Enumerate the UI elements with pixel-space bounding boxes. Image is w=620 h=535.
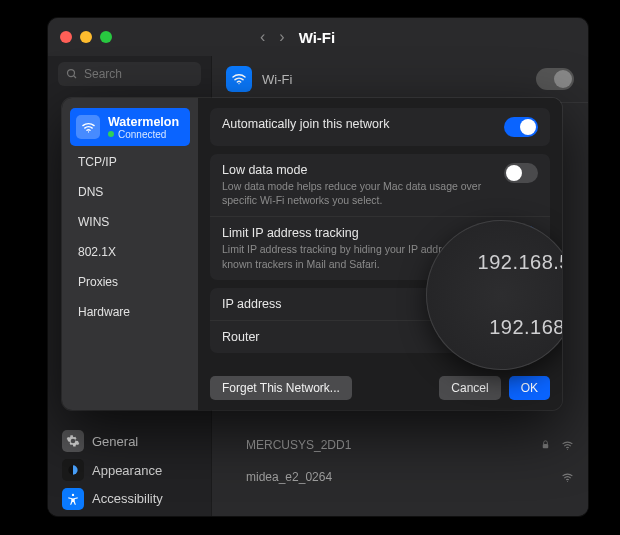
magnified-router-address: 192.168. (427, 308, 562, 347)
sidebar-item-accessibility[interactable]: Accessibility (56, 485, 203, 512)
auto-join-label: Automatically join this network (222, 117, 496, 131)
sheet-tab-dns[interactable]: DNS (70, 178, 190, 206)
wifi-master-toggle[interactable] (536, 68, 574, 90)
sheet-main: Automatically join this network Low data… (198, 98, 562, 410)
status-dot-icon (108, 131, 114, 137)
search-icon (66, 68, 78, 80)
magnified-ip-address: 192.168.5 (427, 243, 562, 282)
svg-point-7 (567, 480, 568, 481)
sheet-footer: Forget This Network... Cancel OK (210, 368, 550, 400)
sidebar-item-general[interactable]: General (56, 428, 203, 455)
search-input[interactable]: Search (58, 62, 201, 86)
sidebar-item-label: Accessibility (92, 491, 163, 506)
other-networks-list: MERCUSYS_2DD1 midea_e2_0264 (212, 423, 588, 499)
svg-rect-5 (543, 444, 549, 448)
appearance-icon (62, 459, 84, 481)
svg-point-3 (72, 493, 74, 495)
sheet-tab-hardware[interactable]: Hardware (70, 298, 190, 326)
wifi-section-label: Wi-Fi (262, 72, 526, 87)
page-title: Wi-Fi (299, 29, 336, 46)
auto-join-toggle[interactable] (504, 117, 538, 137)
svg-point-4 (238, 83, 239, 84)
sheet-tab-8021x[interactable]: 802.1X (70, 238, 190, 266)
low-data-row: Low data mode Low data mode helps reduce… (210, 154, 550, 217)
search-placeholder: Search (84, 67, 122, 81)
wifi-icon (226, 66, 252, 92)
wifi-signal-icon (561, 439, 574, 452)
auto-join-group: Automatically join this network (210, 108, 550, 146)
forward-button[interactable]: › (279, 29, 284, 45)
network-details-sheet: Watermelon Connected TCP/IP DNS WINS 802… (62, 98, 562, 410)
connection-status: Connected (108, 129, 179, 140)
svg-point-8 (87, 131, 88, 132)
window-controls (60, 31, 112, 43)
sheet-tab-wins[interactable]: WINS (70, 208, 190, 236)
sheet-tab-tcpip[interactable]: TCP/IP (70, 148, 190, 176)
sidebar-item-appearance[interactable]: Appearance (56, 457, 203, 484)
network-name: MERCUSYS_2DD1 (226, 438, 540, 452)
wifi-icon (76, 115, 100, 139)
wifi-header-row: Wi-Fi (212, 56, 588, 103)
low-data-desc: Low data mode helps reduce your Mac data… (222, 179, 482, 207)
sheet-tab-proxies[interactable]: Proxies (70, 268, 190, 296)
back-button[interactable]: ‹ (260, 29, 265, 45)
minimize-window-button[interactable] (80, 31, 92, 43)
network-row[interactable]: midea_e2_0264 (226, 461, 574, 493)
zoom-window-button[interactable] (100, 31, 112, 43)
lock-icon (540, 439, 551, 452)
forget-network-button[interactable]: Forget This Network... (210, 376, 352, 400)
low-data-label: Low data mode (222, 163, 496, 177)
svg-point-6 (567, 448, 568, 449)
ok-button[interactable]: OK (509, 376, 550, 400)
wifi-signal-icon (561, 471, 574, 484)
network-row[interactable]: MERCUSYS_2DD1 (226, 429, 574, 461)
sheet-sidebar: Watermelon Connected TCP/IP DNS WINS 802… (62, 98, 198, 410)
low-data-text: Low data mode Low data mode helps reduce… (222, 163, 496, 207)
close-window-button[interactable] (60, 31, 72, 43)
titlebar: ‹ › Wi-Fi (48, 18, 588, 56)
sidebar-item-label: Appearance (92, 463, 162, 478)
svg-line-1 (74, 76, 77, 79)
network-info: Watermelon Connected (108, 115, 179, 140)
network-icons (561, 471, 574, 484)
low-data-toggle[interactable] (504, 163, 538, 183)
network-name: Watermelon (108, 115, 179, 129)
sidebar-item-label: General (92, 434, 138, 449)
network-name: midea_e2_0264 (226, 470, 561, 484)
svg-point-0 (68, 70, 75, 77)
sheet-sidebar-item-network[interactable]: Watermelon Connected (70, 108, 190, 146)
cancel-button[interactable]: Cancel (439, 376, 500, 400)
gear-icon (62, 430, 84, 452)
auto-join-row: Automatically join this network (210, 108, 550, 146)
network-icons (540, 439, 574, 452)
accessibility-icon (62, 488, 84, 510)
nav-buttons: ‹ › (260, 29, 285, 45)
